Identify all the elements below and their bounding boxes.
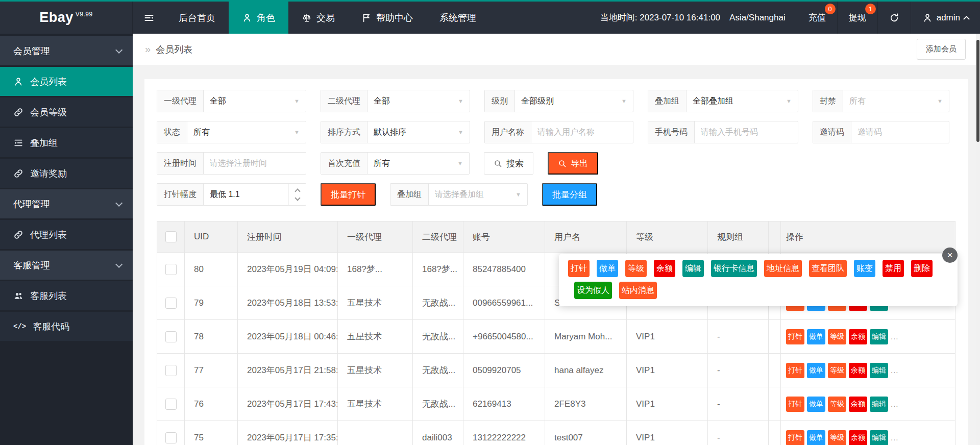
sidebar-item-invite-reward[interactable]: 邀请奖励	[0, 159, 133, 188]
popup-action-button[interactable]: 删除	[911, 260, 933, 277]
popup-action-button[interactable]: 查看团队	[809, 260, 847, 277]
row-checkbox[interactable]	[165, 298, 177, 309]
stepper-up-icon[interactable]	[295, 188, 300, 194]
row-checkbox[interactable]	[165, 365, 177, 376]
first-recharge-select[interactable]: 所有 ▼	[368, 153, 469, 174]
close-icon[interactable]: ×	[942, 248, 958, 263]
stepper-down-icon[interactable]	[295, 195, 300, 201]
row-checkbox[interactable]	[165, 432, 177, 443]
popup-action-button[interactable]: 禁用	[883, 260, 904, 277]
filter-label: 打针幅度	[157, 184, 204, 205]
popup-action-button[interactable]: 打针	[568, 260, 590, 277]
action-balance-button[interactable]: 余额	[849, 397, 867, 412]
agent1-select[interactable]: 全部 ▼	[204, 90, 306, 112]
cell-rule-group: -	[708, 387, 769, 421]
sidebar-item-member-list[interactable]: 会员列表	[0, 67, 133, 96]
filter-label: 手机号码	[648, 121, 695, 143]
nav-item-home[interactable]: 后台首页	[165, 2, 229, 34]
filter-overlay-group-2: 叠加组 请选择叠加组 ▼	[390, 183, 528, 206]
more-actions-indicator[interactable]: ...	[891, 433, 899, 442]
popup-action-button[interactable]: 设为假人	[574, 282, 612, 299]
action-inject-button[interactable]: 打针	[786, 329, 804, 344]
sidebar-item-support-list[interactable]: 客服列表	[0, 281, 133, 310]
action-edit-button[interactable]: 编辑	[870, 363, 888, 378]
popup-action-button[interactable]: 余额	[654, 260, 675, 277]
sidebar-item-agent-list[interactable]: 代理列表	[0, 220, 133, 249]
caret-down-icon: ▼	[516, 191, 521, 197]
nav-item-system[interactable]: 系统管理	[426, 2, 489, 34]
action-level-button[interactable]: 等级	[828, 397, 846, 412]
more-actions-indicator[interactable]: ...	[891, 400, 899, 408]
popup-action-button[interactable]: 地址信息	[764, 260, 802, 277]
sidebar-item-member-level[interactable]: 会员等级	[0, 97, 133, 127]
popup-action-button[interactable]: 银行卡信息	[711, 260, 757, 277]
sidebar-item-support-code[interactable]: </> 客服代码	[0, 312, 133, 341]
overlay-group-2-select[interactable]: 请选择叠加组 ▼	[429, 184, 527, 205]
col-header-account: 账号	[463, 221, 545, 252]
agent2-select[interactable]: 全部 ▼	[368, 90, 470, 112]
sidebar-group-agent-management[interactable]: 代理管理	[0, 189, 133, 218]
invite-code-input[interactable]	[851, 121, 949, 143]
action-balance-button[interactable]: 余额	[849, 363, 867, 378]
number-stepper[interactable]	[288, 184, 306, 205]
menu-toggle-button[interactable]	[133, 2, 165, 34]
scrollbar-thumb[interactable]	[976, 40, 979, 142]
recharge-button[interactable]: 充值 0	[797, 2, 837, 34]
nav-item-trade[interactable]: 交易	[288, 2, 348, 34]
cell-rule-group: -	[708, 320, 769, 353]
cell-uid: 79	[185, 286, 238, 319]
phone-input[interactable]	[695, 121, 798, 143]
action-edit-button[interactable]: 编辑	[870, 430, 888, 445]
refresh-button[interactable]	[877, 2, 911, 34]
row-checkbox[interactable]	[165, 331, 177, 342]
export-button[interactable]: 导出	[548, 152, 598, 175]
popup-action-button[interactable]: 等级	[625, 260, 647, 277]
cell-actions: 打针 做单 等级 余额 编辑 ...	[781, 354, 955, 387]
batch-inject-button[interactable]: 批量打针	[321, 183, 376, 206]
action-edit-button[interactable]: 编辑	[870, 329, 888, 344]
action-inject-button[interactable]: 打针	[786, 397, 804, 412]
action-edit-button[interactable]: 编辑	[870, 397, 888, 412]
caret-down-icon: ▼	[621, 98, 627, 104]
nav-item-help-center[interactable]: 帮助中心	[348, 2, 426, 34]
action-level-button[interactable]: 等级	[828, 363, 846, 378]
action-order-button[interactable]: 做单	[807, 430, 825, 445]
batch-group-button[interactable]: 批量分组	[542, 183, 597, 206]
action-level-button[interactable]: 等级	[828, 329, 846, 344]
status-select[interactable]: 所有 ▼	[187, 121, 306, 143]
search-button[interactable]: 搜索	[484, 152, 533, 175]
nav-item-role[interactable]: 角色	[229, 2, 288, 34]
level-select[interactable]: 全部级别 ▼	[515, 90, 633, 112]
action-order-button[interactable]: 做单	[807, 329, 825, 344]
action-order-button[interactable]: 做单	[807, 397, 825, 412]
action-inject-button[interactable]: 打针	[786, 363, 804, 378]
action-inject-button[interactable]: 打针	[786, 430, 804, 445]
reg-time-input[interactable]	[204, 153, 306, 174]
row-checkbox[interactable]	[165, 264, 177, 275]
row-checkbox[interactable]	[165, 399, 177, 410]
popup-action-button[interactable]: 做单	[597, 260, 618, 277]
local-time-text: 当地时间: 2023-07-10 16:41:00	[600, 12, 720, 23]
action-balance-button[interactable]: 余额	[849, 329, 867, 344]
action-balance-button[interactable]: 余额	[849, 430, 867, 445]
overlay-group-select[interactable]: 全部叠加组 ▼	[687, 90, 798, 112]
more-actions-indicator[interactable]: ...	[891, 332, 899, 341]
add-member-button[interactable]: 添加会员	[917, 39, 966, 60]
action-level-button[interactable]: 等级	[828, 430, 846, 445]
popup-action-button[interactable]: 站内消息	[619, 282, 657, 299]
sort-select[interactable]: 默认排序 ▼	[368, 121, 470, 143]
popup-action-button[interactable]: 账变	[854, 260, 875, 277]
sidebar-item-overlay-group[interactable]: 叠加组	[0, 128, 133, 157]
inject-range-input[interactable]	[204, 184, 288, 205]
action-order-button[interactable]: 做单	[807, 363, 825, 378]
filter-level: 级别 全部级别 ▼	[484, 90, 633, 112]
more-actions-indicator[interactable]: ...	[891, 366, 899, 375]
ban-select[interactable]: 所有 ▼	[843, 90, 949, 112]
sidebar-group-member-management[interactable]: 会员管理	[0, 36, 133, 65]
withdraw-button[interactable]: 提现 1	[837, 2, 877, 34]
sidebar-group-support-management[interactable]: 客服管理	[0, 251, 133, 280]
select-all-checkbox[interactable]	[165, 231, 177, 242]
popup-action-button[interactable]: 编辑	[682, 260, 704, 277]
user-menu[interactable]: admin	[911, 2, 980, 34]
username-input[interactable]	[531, 121, 633, 143]
